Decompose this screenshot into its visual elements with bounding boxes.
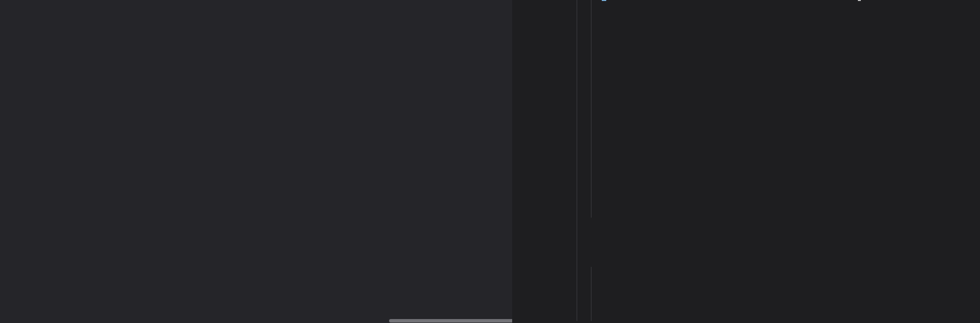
clipped-line-fragment	[858, 0, 861, 1]
explorer-sidebar	[0, 0, 512, 323]
indent-guide	[591, 267, 591, 321]
indent-guide	[591, 0, 591, 218]
clipped-line-fragment	[602, 0, 606, 1]
indent-guide	[577, 0, 577, 321]
editor-pane	[512, 0, 980, 323]
sidebar-horizontal-scrollbar[interactable]	[389, 319, 533, 323]
vscode-window	[0, 0, 980, 323]
